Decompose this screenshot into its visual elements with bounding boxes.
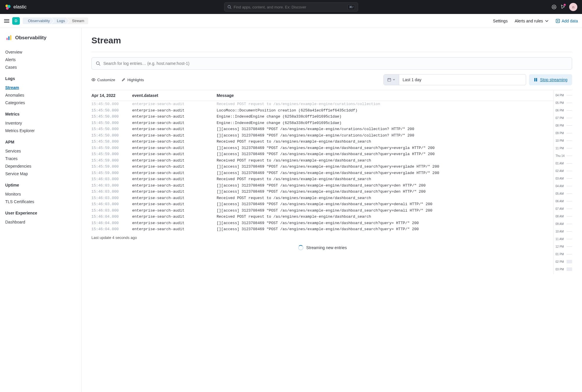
calendar-button[interactable] [384,75,399,85]
breadcrumb-logs[interactable]: Logs [52,17,69,24]
nav-toggle-button[interactable] [4,19,9,23]
help-icon[interactable] [552,5,556,9]
log-row[interactable]: 15:45:59.000enterprise-search-audit[][ac… [91,170,553,176]
log-dataset: enterprise-search-audit [132,145,217,151]
svg-rect-7 [7,38,8,40]
sidebar-heading-uptime: Uptime [5,183,76,187]
sidebar-item-overview[interactable]: Overview [5,48,76,56]
log-row[interactable]: 15:46:04.000enterprise-search-audit[][ac… [91,226,553,233]
log-row[interactable]: 15:45:59.000enterprise-search-audit[][ac… [91,151,553,157]
log-message: Engine::IndexedEngine change (6258a338c0… [217,120,553,126]
app-subbar: D ObservabilityLogsStream Settings Alert… [0,14,582,28]
log-row[interactable]: 15:46:03.000enterprise-search-auditRecei… [91,176,553,182]
minimap-tick[interactable]: 05 AM [556,190,572,197]
log-row[interactable]: 15:45:59.000enterprise-search-audit[][ac… [91,145,553,151]
log-search-bar[interactable] [91,57,572,70]
log-timestamp: 15:45:59.000 [91,158,132,164]
sidebar-item-service-map[interactable]: Service Map [5,170,76,178]
space-selector[interactable]: D [12,17,20,25]
col-header-timestamp: Apr 14, 2022 [91,93,132,98]
log-row[interactable]: 15:46:03.000enterprise-search-auditRecei… [91,195,553,201]
svg-point-2 [6,7,9,10]
log-timestamp: 15:45:58.000 [91,139,132,145]
minimap-tick[interactable]: 07 PM [556,114,572,122]
sidebar-item-monitors[interactable]: Monitors [5,190,76,198]
global-search[interactable]: ⌘/ [224,2,358,12]
minimap-tick[interactable]: 10 PM [556,137,572,144]
log-row[interactable]: 15:45:59.000enterprise-search-audit[][ac… [91,164,553,170]
sidebar-item-metrics-explorer[interactable]: Metrics Explorer [5,127,76,134]
log-row[interactable]: 15:45:59.000enterprise-search-auditRecei… [91,157,553,164]
minimap-tick[interactable]: 11 AM [556,235,572,243]
log-row[interactable]: 15:45:58.000enterprise-search-auditRecei… [91,139,553,145]
log-row[interactable]: 15:46:04.000enterprise-search-auditRecei… [91,214,553,220]
log-row[interactable]: 15:45:50.000enterprise-search-auditEngin… [91,113,553,120]
minimap-tick[interactable]: 02 AM [556,167,572,175]
sidebar-item-dependencies[interactable]: Dependencies [5,162,76,170]
sidebar-item-tls-certificates[interactable]: TLS Certificates [5,198,76,205]
sidebar-item-services[interactable]: Services [5,147,76,155]
log-row[interactable]: 15:46:04.000enterprise-search-audit[][ac… [91,220,553,226]
minimap-tick[interactable]: 06 PM [556,107,572,114]
breadcrumb-observability[interactable]: Observability [23,17,54,24]
sidebar-item-anomalies[interactable]: Anomalies [5,91,76,99]
sidebar-item-cases[interactable]: Cases [5,63,76,71]
newsfeed-button[interactable] [560,4,565,10]
log-row[interactable]: 15:46:03.000enterprise-search-audit[][ac… [91,201,553,207]
log-dataset: enterprise-search-audit [132,208,217,214]
minimap-tick[interactable]: 06 AM [556,197,572,205]
settings-link[interactable]: Settings [493,19,508,23]
minimap-tick[interactable]: 01 AM [556,159,572,167]
sidebar-item-traces[interactable]: Traces [5,155,76,162]
minimap-tick[interactable]: 07 AM [556,205,572,212]
log-row[interactable]: 15:46:03.000enterprise-search-audit[][ac… [91,207,553,214]
log-row[interactable]: 15:45:50.000enterprise-search-audit[][ac… [91,132,553,139]
log-dataset: enterprise-search-audit [132,151,217,157]
sidebar-item-categories[interactable]: Categories [5,99,76,107]
sidebar-item-alerts[interactable]: Alerts [5,56,76,63]
minimap-tick[interactable]: 04 AM [556,182,572,190]
log-dataset: enterprise-search-audit [132,195,217,201]
chevron-down-icon [392,78,395,81]
log-timestamp: 15:46:03.000 [91,189,132,195]
customize-button[interactable]: Customize [91,78,115,82]
minimap-tick[interactable]: 01 PM [556,250,572,258]
log-message: Received POST request to /as/engines/exa… [217,214,553,220]
minimap-tick[interactable]: 08 PM [556,122,572,129]
minimap-tick[interactable]: 05 PM [556,99,572,107]
alerts-rules-menu[interactable]: Alerts and rules [515,19,549,23]
date-range-picker[interactable]: Last 1 day [383,74,526,85]
highlights-button[interactable]: Highlights [121,78,144,82]
log-message: [][access] 3123708469 "POST /as/engines/… [217,183,553,189]
minimap-tick[interactable]: 04 PM [556,91,572,99]
minimap-tick[interactable]: 02 PM [556,258,572,265]
sidebar-item-inventory[interactable]: Inventory [5,119,76,127]
stop-streaming-button[interactable]: Stop streaming [529,74,572,85]
minimap-tick[interactable]: Thu 14 [556,152,572,159]
time-minimap[interactable]: 04 PM05 PM06 PM07 PM08 PM09 PM10 PM11 PM… [553,90,572,274]
minimap-tick[interactable]: 08 AM [556,212,572,220]
minimap-tick[interactable]: 12 PM [556,243,572,250]
user-avatar[interactable]: n [569,3,577,11]
sidebar-item-stream[interactable]: Stream [5,84,76,91]
sidebar-item-dashboard[interactable]: Dashboard [5,218,76,226]
add-data-link[interactable]: Add data [556,19,578,23]
minimap-tick[interactable]: 09 AM [556,220,572,228]
minimap-tick[interactable]: 03 PM [556,265,572,273]
log-row[interactable]: 15:45:50.000enterprise-search-auditEngin… [91,120,553,126]
log-row[interactable]: 15:46:03.000enterprise-search-audit[][ac… [91,189,553,195]
log-search-input[interactable] [103,61,568,66]
global-search-input[interactable] [234,5,346,9]
log-timestamp: 15:45:59.000 [91,164,132,170]
log-message: Received POST request to /as/engines/exa… [217,139,553,145]
log-row[interactable]: 15:45:50.000enterprise-search-auditRecei… [91,101,553,107]
brand-logo[interactable]: elastic [5,4,26,10]
minimap-tick[interactable]: 09 PM [556,129,572,137]
minimap-tick[interactable]: 10 AM [556,228,572,235]
log-table-header: Apr 14, 2022 event.dataset Message [91,90,553,101]
log-row[interactable]: 15:45:50.000enterprise-search-auditLocoM… [91,107,553,114]
minimap-tick[interactable]: 03 AM [556,175,572,182]
log-row[interactable]: 15:45:50.000enterprise-search-audit[][ac… [91,126,553,132]
minimap-tick[interactable]: 11 PM [556,144,572,152]
log-row[interactable]: 15:46:03.000enterprise-search-audit[][ac… [91,182,553,189]
